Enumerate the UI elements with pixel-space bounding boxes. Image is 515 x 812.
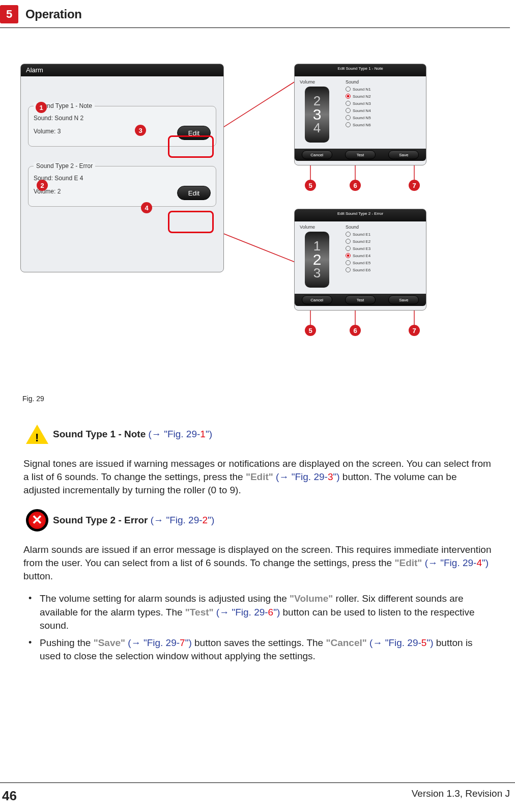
version-text: Version 1.3, Revision J [412, 788, 510, 804]
ref-29-3: (→ "Fig. 29-3") [276, 471, 339, 482]
group1-sound: Sound: Sound N 2 [34, 115, 211, 122]
roller-note-mid: 3 [313, 107, 322, 122]
body-text: Sound Type 1 - Note (→ "Fig. 29-1") Sign… [23, 421, 492, 663]
ref-29-5: (→ "Fig. 29-5") [369, 637, 433, 648]
roller-error-mid: 2 [313, 253, 322, 267]
roller-note-bot: 4 [313, 122, 321, 134]
ref-29-4: (→ "Fig. 29-4") [425, 557, 489, 568]
roller-error-bot: 3 [313, 267, 321, 279]
test-button-error[interactable]: Test [345, 295, 376, 304]
paragraph-1: Signal tones are issued if warning messa… [23, 457, 492, 497]
bullet-list: The volume setting for alarm sounds is a… [28, 592, 492, 663]
bullet-2: Pushing the "Save" (→ "Fig. 29-7") butto… [28, 636, 492, 663]
alarm-panel: Alarm Sound Type 1 - Note Sound: Sound N… [20, 64, 224, 272]
radio-e5[interactable]: Sound E5 [346, 260, 421, 265]
ref-29-7: (→ "Fig. 29-7") [128, 637, 191, 648]
bullet-1: The volume setting for alarm sounds is a… [28, 592, 492, 632]
section-title: Operation [25, 7, 82, 21]
edit-button-1[interactable]: Edit [177, 126, 211, 140]
save-button-note[interactable]: Save [388, 150, 419, 159]
volume-roller-note[interactable]: 2 3 4 [305, 87, 329, 143]
callout-4: 4 [141, 202, 152, 213]
group-sound-type-2: Sound Type 2 - Error Sound: Sound E 4 Vo… [28, 166, 216, 207]
radio-n5[interactable]: Sound N5 [346, 115, 421, 120]
page-header: 5 Operation [0, 0, 510, 28]
heading-sound-type-2: Sound Type 2 - Error [53, 515, 151, 525]
callout-5a: 5 [305, 180, 316, 191]
group-legend-2: Sound Type 2 - Error [34, 162, 95, 170]
callout-3: 3 [135, 125, 146, 136]
edit-button-2[interactable]: Edit [177, 186, 211, 200]
heading-sound-type-1: Sound Type 1 - Note [53, 429, 149, 439]
page-number: 46 [2, 788, 17, 804]
save-button-error[interactable]: Save [388, 295, 419, 304]
group1-volume: Volume: 3 [34, 128, 61, 135]
radio-e4[interactable]: Sound E4 [346, 253, 421, 258]
alarm-panel-title: Alarm [21, 64, 223, 76]
radio-n1[interactable]: Sound N1 [346, 87, 421, 92]
radio-e3[interactable]: Sound E3 [346, 246, 421, 251]
radio-n3[interactable]: Sound N3 [346, 101, 421, 106]
chapter-badge: 5 [0, 5, 18, 23]
callout-6b: 6 [350, 325, 361, 336]
group2-sound: Sound: Sound E 4 [34, 175, 211, 182]
callout-7b: 7 [409, 325, 420, 336]
radio-n4[interactable]: Sound N4 [346, 108, 421, 113]
edit-note-snd-label: Sound [346, 79, 421, 85]
edit-error-title: Edit Sound Type 2 - Error [295, 209, 426, 221]
callout-2: 2 [37, 180, 48, 191]
callout-7a: 7 [409, 180, 420, 191]
edit-note-vol-label: Volume [300, 79, 340, 85]
edit-error-vol-label: Volume [300, 225, 340, 230]
volume-roller-error[interactable]: 1 2 3 [305, 232, 329, 288]
edit-note-title: Edit Sound Type 1 - Note [295, 64, 426, 76]
radio-e2[interactable]: Sound E2 [346, 239, 421, 244]
cancel-button-note[interactable]: Cancel [302, 150, 332, 159]
ref-29-2: (→ "Fig. 29-2") [151, 515, 214, 525]
edit-error-snd-label: Sound [346, 225, 421, 230]
group-sound-type-1: Sound Type 1 - Note Sound: Sound N 2 Vol… [28, 106, 216, 147]
radio-e6[interactable]: Sound E6 [346, 267, 421, 272]
test-button-note[interactable]: Test [345, 150, 376, 159]
error-icon: ✕ [23, 507, 51, 534]
cancel-button-error[interactable]: Cancel [302, 295, 332, 304]
figure-caption: Fig. 29 [22, 395, 515, 403]
page-footer: 46 Version 1.3, Revision J [0, 782, 515, 804]
ref-29-6: (→ "Fig. 29-6") [216, 607, 280, 618]
figure-29: 1 2 3 4 5 6 7 5 6 7 Alarm Sound Type 1 -… [20, 64, 514, 389]
ref-29-1: (→ "Fig. 29-1") [149, 429, 212, 439]
edit-error-panel: Edit Sound Type 2 - Error Volume 1 2 3 S… [294, 209, 426, 311]
callout-6a: 6 [350, 180, 361, 191]
paragraph-2: Alarm sounds are issued if an error mess… [23, 543, 492, 583]
callout-5b: 5 [305, 325, 316, 336]
radio-e1[interactable]: Sound E1 [346, 232, 421, 237]
callout-1: 1 [36, 102, 47, 113]
radio-n6[interactable]: Sound N6 [346, 122, 421, 127]
radio-n2[interactable]: Sound N2 [346, 94, 421, 99]
edit-note-panel: Edit Sound Type 1 - Note Volume 2 3 4 So… [294, 64, 426, 165]
warning-icon [23, 421, 51, 448]
